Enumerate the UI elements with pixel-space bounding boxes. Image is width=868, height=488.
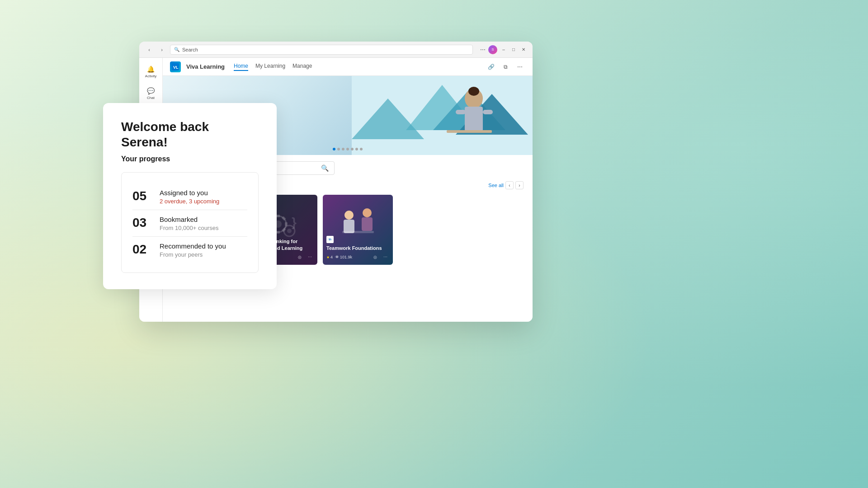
recommended-info: Recommended to you From your peers — [160, 242, 247, 258]
tab-home[interactable]: Home — [234, 63, 248, 71]
svg-rect-14 — [447, 130, 492, 133]
card3-provider: in — [326, 236, 334, 243]
address-bar-text: Search — [182, 47, 198, 52]
app-title: Viva Learning — [186, 63, 225, 70]
address-bar-search-icon: 🔍 — [174, 47, 179, 52]
svg-text:VL: VL — [173, 65, 179, 70]
app-logo: VL — [170, 61, 181, 72]
browser-window-controls: ⋯ S – □ ✕ — [480, 45, 527, 54]
minimize-icon[interactable]: – — [500, 46, 507, 53]
prev-arrow[interactable]: ‹ — [505, 181, 514, 189]
browser-address-bar[interactable]: 🔍 Search — [170, 45, 473, 55]
card3-footer: ★ 4 👁 101.9k ◎ ⋯ — [326, 253, 389, 261]
hero-dot-4[interactable] — [346, 148, 349, 150]
card3-title: Teamwork Foundations — [326, 245, 389, 251]
progress-item-recommended: 02 Recommended to you From your peers — [132, 237, 247, 263]
progress-title: Your progress — [121, 155, 259, 163]
svg-rect-12 — [456, 110, 466, 114]
floating-progress-card: Welcome back Serena! Your progress 05 As… — [103, 103, 277, 289]
card3-rating-value: 4 — [330, 255, 333, 259]
svg-point-37 — [363, 208, 372, 217]
card2-more-icon[interactable]: ⋯ — [306, 253, 314, 261]
browser-more-icon[interactable]: ⋯ — [480, 47, 486, 53]
search-submit-icon[interactable]: 🔍 — [321, 164, 329, 172]
svg-point-9 — [468, 87, 479, 96]
close-icon[interactable]: ✕ — [520, 46, 527, 53]
tab-my-learning[interactable]: My Learning — [255, 63, 285, 71]
welcome-title: Welcome back Serena! — [121, 119, 259, 150]
card3-views: 101.9k — [340, 255, 352, 259]
bookmarked-info: Bookmarked From 10,000+ courses — [160, 216, 247, 231]
sidebar-chat-label: Chat — [147, 96, 155, 100]
sidebar-activity-label: Activity — [145, 74, 156, 78]
card3-rating: ★ 4 👁 101.9k — [326, 255, 352, 259]
tab-manage[interactable]: Manage — [292, 63, 312, 71]
browser-avatar: S — [488, 45, 497, 54]
hero-dot-1[interactable] — [333, 148, 335, 150]
see-all-link[interactable]: See all — [488, 183, 504, 188]
hero-dot-3[interactable] — [342, 148, 344, 150]
browser-titlebar: ‹ › 🔍 Search ⋯ S – □ ✕ — [139, 42, 533, 58]
svg-point-35 — [344, 211, 354, 220]
bookmarked-count: 03 — [132, 216, 152, 229]
sidebar-item-activity[interactable]: 🔔 Activity — [141, 61, 161, 81]
recommended-sublabel: From your peers — [160, 251, 247, 258]
assigned-count: 05 — [132, 189, 152, 202]
course-card-3[interactable]: in Teamwork Foundations ★ 4 👁 101.9k ◎ — [323, 195, 393, 265]
card3-more-icon[interactable]: ⋯ — [381, 253, 389, 261]
assigned-sublabel: 2 overdue, 3 upcoming — [160, 198, 247, 205]
card2-actions: ◎ ⋯ — [296, 253, 314, 261]
more-icon[interactable]: ⋯ — [514, 61, 525, 72]
card3-bookmark-icon[interactable]: ◎ — [371, 253, 379, 261]
card2-bookmark-icon[interactable]: ◎ — [296, 253, 304, 261]
maximize-icon[interactable]: □ — [510, 46, 517, 53]
next-arrow[interactable]: › — [515, 181, 524, 189]
hero-person-image — [442, 76, 496, 155]
recommended-count: 02 — [132, 242, 152, 256]
bookmarked-label: Bookmarked — [160, 216, 247, 223]
header-actions: 🔗 ⧉ ⋯ — [486, 61, 525, 72]
views-icon-3: 👁 — [335, 255, 339, 259]
browser-forward-button[interactable]: › — [157, 45, 166, 54]
browser-back-button[interactable]: ‹ — [145, 45, 154, 54]
card3-content: in Teamwork Foundations ★ 4 👁 101.9k ◎ — [323, 232, 393, 265]
hero-dot-6[interactable] — [355, 148, 358, 150]
app-header: VL Viva Learning Home My Learning Manage… — [163, 58, 533, 76]
sidebar-item-chat[interactable]: 💬 Chat — [141, 83, 161, 103]
hero-dots — [333, 148, 363, 150]
assigned-info: Assigned to you 2 overdue, 3 upcoming — [160, 189, 247, 205]
bookmarked-sublabel: From 10,000+ courses — [160, 225, 247, 231]
popup-icon[interactable]: ⧉ — [500, 61, 511, 72]
svg-rect-13 — [483, 110, 493, 114]
svg-rect-11 — [465, 107, 483, 131]
progress-item-assigned: 05 Assigned to you 2 overdue, 3 upcoming — [132, 183, 247, 210]
star-icon-3: ★ — [326, 255, 330, 259]
progress-items-card: 05 Assigned to you 2 overdue, 3 upcoming… — [121, 172, 259, 273]
hero-dot-2[interactable] — [337, 148, 340, 150]
share-icon[interactable]: 🔗 — [486, 61, 496, 72]
svg-rect-38 — [362, 217, 373, 231]
chat-icon: 💬 — [147, 87, 155, 95]
assigned-label: Assigned to you — [160, 189, 247, 197]
bell-icon: 🔔 — [147, 65, 155, 73]
hero-dot-7[interactable] — [360, 148, 363, 150]
hero-dot-5[interactable] — [351, 148, 354, 150]
see-all-container: See all ‹ › — [488, 181, 524, 189]
progress-item-bookmarked: 03 Bookmarked From 10,000+ courses — [132, 210, 247, 237]
recommended-label: Recommended to you — [160, 242, 247, 250]
app-nav: Home My Learning Manage — [234, 63, 312, 71]
card3-actions: ◎ ⋯ — [371, 253, 389, 261]
